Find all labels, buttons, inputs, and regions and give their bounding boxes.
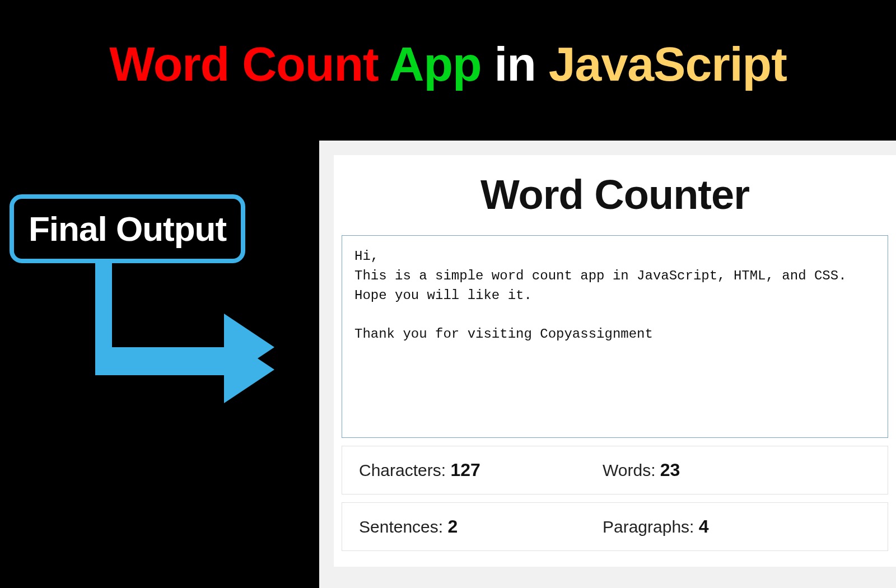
title-part-3: in (494, 37, 535, 91)
characters-label: Characters: (359, 461, 450, 479)
sentences-stat: Sentences: 2 (359, 516, 603, 537)
title-part-4: JavaScript (549, 37, 787, 91)
words-stat: Words: 23 (603, 460, 680, 480)
title-part-2: App (389, 37, 481, 91)
stat-row-2: Sentences: 2 Paragraphs: 4 (342, 502, 888, 551)
app-heading: Word Counter (334, 171, 896, 218)
paragraphs-label: Paragraphs: (603, 517, 699, 536)
stats-container: Characters: 127 Words: 23 Sentences: 2 P… (342, 446, 888, 551)
characters-stat: Characters: 127 (359, 460, 603, 480)
words-value: 23 (660, 460, 680, 480)
characters-value: 127 (450, 460, 480, 480)
sentences-value: 2 (447, 516, 458, 536)
final-output-label: Final Output (29, 209, 226, 248)
paragraphs-stat: Paragraphs: 4 (603, 516, 709, 537)
main-title: Word Count App in JavaScript (0, 0, 896, 92)
app-panel: Word Counter Characters: 127 Words: 23 S… (319, 141, 896, 588)
stat-row-1: Characters: 127 Words: 23 (342, 446, 888, 494)
final-output-badge: Final Output (10, 194, 245, 263)
arrow-icon (95, 263, 286, 431)
app-inner: Word Counter Characters: 127 Words: 23 S… (334, 155, 896, 567)
sentences-label: Sentences: (359, 517, 447, 536)
title-part-1: Word Count (109, 37, 378, 91)
svg-rect-1 (95, 347, 230, 364)
words-label: Words: (603, 461, 660, 479)
text-input[interactable] (342, 235, 888, 438)
paragraphs-value: 4 (699, 516, 709, 536)
